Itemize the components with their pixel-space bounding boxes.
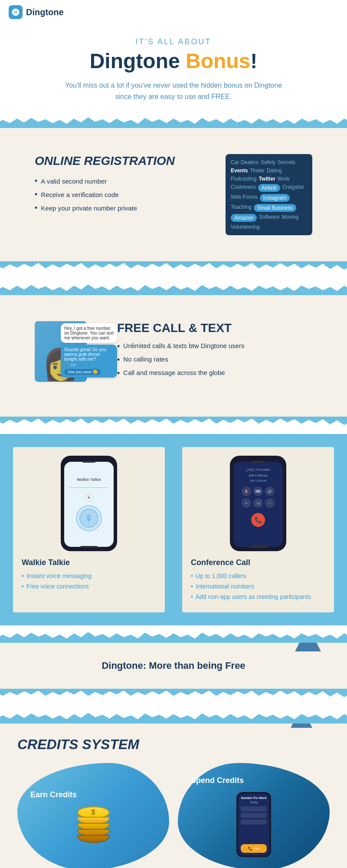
tag-airbnb: Airbnb — [258, 184, 280, 192]
free-call-item-3: Call and message across the globe — [117, 369, 312, 378]
spend-phone-header: Number For Work — [241, 796, 267, 799]
credits-section-wrapper: CREDITS SYSTEM Earn Credits $ Spend C — [0, 706, 347, 868]
free-call-item-2-text: No calling rates — [123, 355, 168, 363]
registration-left: ONLINE REGISTRATION A valid second numbe… — [35, 154, 213, 217]
reg-item-2: Receive a verification code — [35, 190, 213, 199]
conf-item-3: Add non-app users as meeting participant… — [191, 593, 325, 600]
chat-see-you: See you soon 😊 — [68, 370, 98, 374]
walkie-talkie-name: Walkie Talkie — [22, 558, 156, 567]
walkie-talkie-card: Walkie Talkie ────────────── + 🎙 — [13, 447, 165, 612]
tag-software: Software — [259, 214, 279, 222]
tag-amazon: Amazon — [231, 214, 257, 222]
header: Dingtone — [0, 0, 347, 24]
coin-layer-4 — [77, 835, 110, 843]
walkie-screen-title: Walkie Talkie — [77, 477, 101, 482]
hero-description: You'll miss out a lot if you've never us… — [61, 80, 286, 102]
more-than-free-title: Dingtone: More than being Free — [9, 660, 338, 671]
conf-item-1: Up to 1,000 callers — [191, 572, 325, 579]
spend-phone: Number For Work Today 📞 Call — [236, 792, 271, 857]
free-call-title: FREE CALL & TEXT — [117, 321, 312, 335]
hero-exclaim: ! — [250, 49, 257, 72]
credits-title: CREDITS SYSTEM — [17, 736, 330, 753]
hero-title: Dingtone Bonus! — [26, 49, 321, 73]
tag-dating: Dating — [267, 168, 282, 174]
registration-title: ONLINE REGISTRATION — [35, 154, 213, 168]
reg-item-1: A valid second number — [35, 177, 213, 186]
tag-small-business: Small Business — [254, 204, 296, 212]
torn-bottom-2 — [0, 417, 347, 434]
walkie-item-1-text: Instant voice messaging — [26, 572, 92, 579]
torn-top-1 — [0, 111, 347, 128]
chat-bubble-2-text: Sounds great! Do you wanna grab dinner t… — [64, 347, 106, 362]
tag-safety: Safety — [261, 159, 275, 165]
coins-stack: $ — [77, 806, 110, 843]
conference-call-name: Conference Call — [191, 558, 325, 567]
registration-right: Car Dealers Safety Secrets Events Tinder… — [226, 154, 312, 235]
tag-events: Events — [231, 168, 248, 174]
tag-instagram: Instagram — [260, 194, 290, 202]
spend-credits-blob: Spend Credits Number For Work Today 📞 Ca… — [178, 763, 330, 868]
tag-customers: Customers — [231, 184, 256, 192]
walkie-item-2: Free voice connections — [22, 583, 156, 590]
reg-item-3-text: Keep your private number private — [41, 204, 137, 212]
tag-web-forms: Web Forms — [231, 194, 258, 202]
walkie-talkie-list: Instant voice messaging Free voice conne… — [22, 572, 156, 590]
tag-volunteering: Volunteering — [231, 224, 260, 230]
conference-call-card: (702) 770-0060 Jeff Coffman Jeff Coffman… — [182, 447, 334, 612]
free-call-section-wrapper: 👩 Hey, I got a free number on Dingtone. … — [0, 278, 347, 434]
torn-bottom-1 — [0, 261, 347, 279]
torn-top-4 — [0, 706, 347, 723]
free-call-card: 👩 Hey, I got a free number on Dingtone. … — [0, 295, 347, 417]
chat-illustration: 👩 Hey, I got a free number on Dingtone. … — [35, 321, 104, 391]
tag-tinder: Tinder — [250, 168, 265, 174]
earn-credits-blob: Earn Credits $ — [17, 763, 169, 868]
tag-work: Work — [278, 176, 290, 182]
free-call-item-1: Unlimited calls & texts btw Dingtone use… — [117, 342, 312, 351]
registration-content: ONLINE REGISTRATION A valid second numbe… — [17, 141, 330, 248]
logo-icon — [9, 5, 23, 19]
credits-card: CREDITS SYSTEM Earn Credits $ Spend C — [0, 723, 347, 868]
free-call-item-1-text: Unlimited calls & texts btw Dingtone use… — [123, 342, 244, 349]
free-call-item-3-text: Call and message across the globe — [123, 369, 225, 376]
registration-section-wrapper: ONLINE REGISTRATION A valid second numbe… — [0, 111, 347, 279]
logo-text: Dingtone — [26, 7, 64, 17]
chat-bubble-1-text: Hey, I got a free number on Dingtone. Yo… — [64, 326, 114, 340]
tag-car-dealers: Car Dealers — [231, 159, 259, 165]
tag-podcasting: Podcasting — [231, 176, 256, 182]
conf-item-2-text: International numbers — [196, 583, 254, 590]
free-call-item-2: No calling rates — [117, 355, 312, 365]
tag-craigslist: Craigslist — [282, 184, 304, 192]
registration-card: ONLINE REGISTRATION A valid second numbe… — [0, 128, 347, 261]
more-than-free-card: Dingtone: More than being Free — [0, 643, 347, 689]
coin-top-symbol: $ — [92, 809, 95, 816]
tag-teaching: Teaching — [231, 204, 252, 212]
spend-credits-label: Spend Credits — [191, 776, 244, 785]
reg-item-3: Keep your private number private — [35, 204, 213, 213]
tags-box: Car Dealers Safety Secrets Events Tinder… — [226, 154, 312, 235]
conference-call-list: Up to 1,000 callers International number… — [191, 572, 325, 600]
hero-bonus: Bonus — [186, 49, 250, 72]
spend-call-button: 📞 Call — [241, 844, 267, 853]
registration-list: A valid second number Receive a verifica… — [35, 177, 213, 213]
reg-item-2-text: Receive a verification code — [41, 191, 118, 198]
walkie-item-2-text: Free voice connections — [26, 583, 89, 590]
walkie-item-1: Instant voice messaging — [22, 572, 156, 579]
conf-screen-subtitle: Jeff Coffman — [248, 473, 268, 477]
spend-phone-sub: Today — [241, 801, 267, 804]
hero-subtitle: IT'S ALL ABOUT — [26, 37, 321, 46]
tag-twitter: Twitter — [259, 176, 275, 182]
earn-credits-label: Earn Credits — [30, 790, 77, 799]
conf-item-1-text: Up to 1,000 callers — [196, 572, 246, 579]
free-call-content: 👩 Hey, I got a free number on Dingtone. … — [17, 308, 330, 404]
chat-time: 10" — [71, 363, 76, 367]
tag-moving: Moving — [282, 214, 298, 222]
features-section: Walkie Talkie ────────────── + 🎙 — [0, 434, 347, 625]
free-call-text: FREE CALL & TEXT Unlimited calls & texts… — [117, 321, 312, 382]
reg-item-1-text: A valid second number — [41, 178, 107, 185]
hero-section: IT'S ALL ABOUT Dingtone Bonus! You'll mi… — [0, 24, 347, 111]
features-grid: Walkie Talkie ────────────── + 🎙 — [9, 443, 338, 617]
tag-secrets: Secrets — [278, 159, 295, 165]
torn-top-3 — [0, 625, 347, 643]
torn-bottom-3 — [0, 689, 347, 706]
conf-item-2: International numbers — [191, 583, 325, 590]
